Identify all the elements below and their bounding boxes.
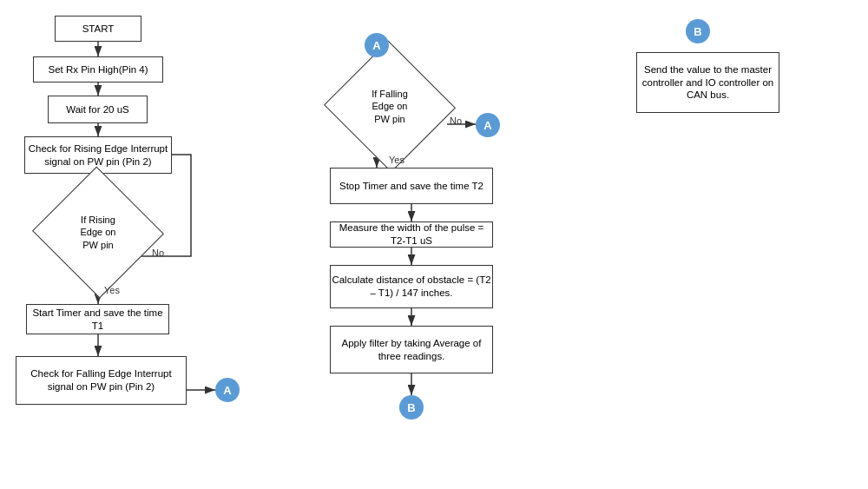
if-falling-yes-label: Yes [389, 155, 404, 165]
wait-box: Wait for 20 uS [48, 96, 148, 123]
start-box: START [55, 16, 141, 42]
calc-distance-box: Calculate distance of obstacle = (T2 – T… [330, 265, 493, 308]
if-rising-no-label: No [152, 248, 164, 258]
if-rising-yes-label: Yes [104, 285, 120, 295]
if-falling-diamond: If Falling Edge on PW pin [342, 61, 437, 152]
check-falling-box: Check for Falling Edge Interrupt signal … [16, 356, 187, 405]
set-rx-box: Set Rx Pin High(Pin 4) [33, 56, 163, 83]
send-value-box: Send the value to the master controller … [636, 52, 779, 113]
start-timer-box: Start Timer and save the time T1 [26, 304, 169, 334]
connector-a-top: A [365, 33, 389, 57]
connector-a-left: A [215, 378, 240, 402]
connector-a-right: A [476, 113, 500, 137]
connector-b-top: B [686, 19, 710, 43]
measure-width-box: Measure the width of the pulse = T2-T1 u… [330, 221, 493, 248]
if-rising-diamond: If Rising Edge on PW pin [50, 187, 146, 278]
apply-filter-box: Apply filter by taking Average of three … [330, 326, 493, 373]
if-falling-no-label: No [450, 116, 462, 126]
connector-b-bottom: B [399, 395, 424, 420]
stop-timer-box: Stop Timer and save the time T2 [330, 168, 493, 204]
